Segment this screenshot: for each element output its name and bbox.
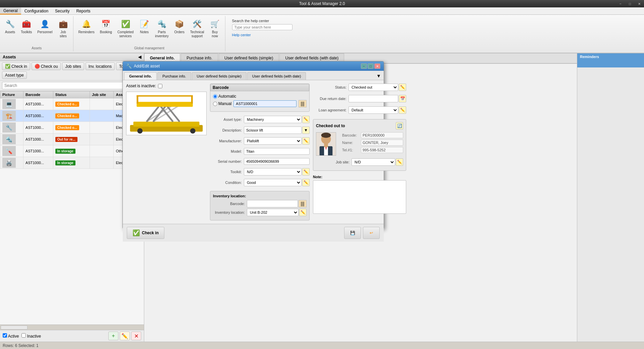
scissor-lift-svg [126, 92, 206, 135]
ribbon-btn-notes[interactable]: 📝 Notes [137, 17, 152, 36]
checkout-btn[interactable]: 🔴 Check ou [32, 62, 61, 70]
menu-reports[interactable]: Reports [73, 7, 94, 14]
close-button[interactable]: ✕ [635, 0, 644, 7]
help-center-link[interactable]: Help center [232, 33, 292, 37]
menu-general[interactable]: General [0, 7, 21, 14]
help-search-input[interactable] [232, 24, 292, 30]
toolkit-select[interactable]: N/D [244, 168, 302, 176]
person-info: Barcode: PER1000000 Name: GONTER, Joey T… [342, 132, 403, 156]
jobsite-edit-btn[interactable]: ✏️ [396, 158, 403, 166]
barcode-value-input[interactable] [233, 100, 297, 107]
menu-configuration[interactable]: Configuration [21, 7, 52, 14]
due-date-input[interactable] [348, 95, 398, 102]
asset-img: 🔧 [2, 122, 16, 133]
modal-minimize-btn[interactable]: − [361, 63, 367, 69]
ribbon-btn-assets-label: Assets [5, 30, 15, 34]
asset-img-cell: 🔩 [0, 134, 23, 145]
minimize-button[interactable]: − [616, 0, 625, 7]
ribbon-btn-buynow[interactable]: 🛒 Buynow [208, 17, 222, 40]
loan-label: Loan agreement: [313, 108, 346, 112]
menu-security[interactable]: Security [52, 7, 73, 14]
inactive-checkbox-label[interactable]: Inactive [21, 333, 41, 339]
ribbon-btn-personnel[interactable]: 👤 Personnel [35, 17, 54, 36]
jobsites-btn[interactable]: Job sites [62, 62, 84, 70]
note-textarea[interactable] [313, 180, 406, 214]
asset-img-cell: 🔧 [0, 122, 23, 134]
radio-manual[interactable]: Manual [213, 101, 231, 106]
ribbon-btn-parts[interactable]: 🔩 Partsinventory [153, 17, 171, 40]
inactive-checkbox[interactable] [158, 84, 162, 88]
ribbon-btn-booking[interactable]: 📅 Booking [98, 17, 114, 36]
modal-tab-expand-btn[interactable]: ▼ [375, 72, 382, 80]
status-select[interactable]: Checked out [348, 84, 398, 91]
radio-auto-input[interactable] [213, 94, 217, 99]
inv-location-edit-btn[interactable]: ✏️ [299, 209, 307, 216]
save-button[interactable]: 💾 [344, 227, 361, 239]
jobsite-select[interactable]: N/D [352, 158, 395, 166]
asset-type-edit-btn[interactable]: ✏️ [302, 116, 310, 123]
manufacturer-select[interactable]: Plafolift [244, 137, 302, 145]
ribbon-btn-toolkits[interactable]: 🧰 Toolkits [19, 17, 34, 36]
restore-button[interactable]: □ [625, 0, 635, 7]
modal-restore-btn[interactable]: □ [368, 63, 374, 69]
active-checkbox-label[interactable]: Active [3, 333, 19, 339]
radio-manual-input[interactable] [213, 102, 217, 106]
modal-close-btn[interactable]: ✕ [374, 63, 380, 69]
person-avatar [316, 132, 336, 156]
svg-point-16 [321, 133, 331, 138]
inv-barcode-scan-btn[interactable]: ||| [299, 200, 307, 207]
inv-barcode-input[interactable] [247, 200, 298, 207]
inv-barcode-wrap: ||| [247, 200, 307, 207]
hscroll-track[interactable] [1, 326, 28, 330]
ribbon-btn-orders[interactable]: 📦 Orders [172, 17, 187, 36]
undo-button[interactable]: ↩ [363, 227, 380, 239]
serial-input[interactable] [244, 158, 310, 165]
asset-img: 💻 [2, 99, 16, 109]
ribbon-btn-reminders-label: Reminders [78, 30, 94, 34]
delete-asset-button[interactable]: ✕ [131, 332, 141, 340]
edit-asset-button[interactable]: ✏️ [120, 332, 130, 340]
model-input[interactable] [244, 148, 310, 155]
loan-edit-btn[interactable]: ✏️ [399, 106, 406, 114]
ribbon-btn-completed[interactable]: ✅ Completedservices [115, 17, 136, 40]
due-date-pick-btn[interactable]: 📅 [399, 95, 406, 102]
ribbon-assets-items: 🔧 Assets 🧰 Toolkits 👤 Personnel 💼 Jobsit… [3, 17, 70, 45]
ribbon-btn-reminders[interactable]: 🔔 Reminders [76, 17, 96, 36]
modal-tab-udf-simple[interactable]: User defined fields (simple) [192, 72, 247, 80]
manufacturer-edit-btn[interactable]: ✏️ [302, 137, 310, 145]
inv-locations-btn[interactable]: Inv. locations [86, 62, 115, 70]
search-input[interactable] [2, 82, 142, 89]
ribbon-btn-assets[interactable]: 🔧 Assets [3, 17, 17, 36]
modal-tab-general[interactable]: General info. [124, 72, 157, 80]
modal-tab-udf-date[interactable]: User defined fields (with date) [247, 72, 306, 80]
description-form-label: Description: [210, 128, 242, 132]
barcode-scan-btn[interactable]: ||| [299, 100, 307, 107]
checkin-btn-label: Check in [142, 231, 159, 235]
checkin-btn[interactable]: ✅ Check in [2, 62, 30, 70]
asset-type-btn[interactable]: Asset type [2, 71, 27, 79]
loan-select[interactable]: Default [348, 106, 398, 114]
description-edit-btn[interactable]: ▼ [302, 127, 310, 134]
ribbon-btn-jobsites[interactable]: 💼 Jobsites [56, 17, 70, 40]
inactive-checkbox[interactable] [21, 333, 26, 338]
orders-icon: 📦 [174, 19, 185, 30]
modal-checkin-btn[interactable]: ✅ Check in [127, 227, 164, 239]
due-date-label: Due return date: [313, 97, 346, 101]
condition-edit-btn[interactable]: ✏️ [302, 179, 310, 186]
inv-location-select[interactable]: Unit B-202 [247, 209, 299, 216]
ribbon-btn-techsupport[interactable]: 🛠️ Technicalsupport [188, 17, 206, 40]
active-checkbox[interactable] [3, 333, 7, 338]
condition-select[interactable]: Good [244, 179, 302, 186]
description-input[interactable] [244, 127, 302, 134]
notes-icon: 📝 [139, 19, 150, 30]
radio-automatic[interactable]: Automatic [213, 94, 236, 99]
modal-tab-purchase[interactable]: Purchase info. [157, 72, 191, 80]
checked-out-refresh-btn[interactable]: 🔄 [396, 122, 403, 130]
asset-type-select[interactable]: Machinery [244, 116, 302, 123]
assets-panel-collapse[interactable]: ◀ [138, 55, 141, 59]
buynow-icon: 🛒 [210, 19, 220, 30]
add-asset-button[interactable]: + [108, 332, 118, 340]
toolkit-edit-btn[interactable]: ✏️ [302, 168, 310, 176]
status-edit-btn[interactable]: ✏️ [399, 84, 406, 91]
inactive-label: Asset is inactive: [126, 84, 156, 88]
